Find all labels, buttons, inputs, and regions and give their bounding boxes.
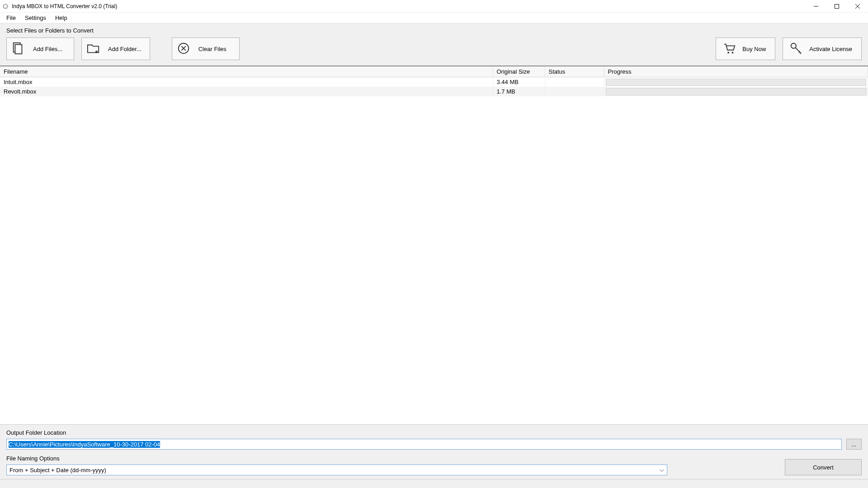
key-icon <box>789 42 803 56</box>
browse-button[interactable]: ... <box>846 439 862 450</box>
col-original-size[interactable]: Original Size <box>493 66 545 77</box>
titlebar: Indya MBOX to HTML Converter v2.0 (Trial… <box>0 0 868 13</box>
convert-label: Convert <box>813 464 834 471</box>
buy-now-label: Buy Now <box>742 46 766 52</box>
cell-status <box>545 87 604 96</box>
file-table-area: Filename Original Size Status Progress I… <box>0 66 868 424</box>
table-row[interactable]: Revolt.mbox 1.7 MB <box>0 87 868 96</box>
bottom-panel: Output Folder Location C:\Users\Annie\Pi… <box>0 424 868 479</box>
statusbar <box>0 479 868 488</box>
add-files-label: Add Files... <box>33 46 62 52</box>
naming-label: File Naming Options <box>6 455 667 462</box>
output-folder-value: C:\Users\Annie\Pictures\IndyaSoftware_10… <box>9 441 160 448</box>
maximize-button[interactable] <box>826 0 847 13</box>
add-folder-label: Add Folder... <box>108 46 142 52</box>
cell-filename: Intuit.mbox <box>0 77 493 87</box>
activate-label: Activate License <box>809 46 852 52</box>
col-progress[interactable]: Progress <box>604 66 868 77</box>
add-files-button[interactable]: Add Files... <box>6 38 74 60</box>
cell-size: 1.7 MB <box>493 87 545 96</box>
toolbar-section-label: Select Files or Folders to Convert <box>6 27 862 34</box>
chevron-down-icon <box>660 467 664 474</box>
progress-bar <box>606 79 867 86</box>
file-table: Filename Original Size Status Progress I… <box>0 66 868 96</box>
buy-now-button[interactable]: Buy Now <box>716 38 775 60</box>
window-title: Indya MBOX to HTML Converter v2.0 (Trial… <box>12 3 117 9</box>
output-folder-input[interactable]: C:\Users\Annie\Pictures\IndyaSoftware_10… <box>6 439 842 450</box>
cell-progress <box>604 77 868 87</box>
cell-status <box>545 77 604 87</box>
svg-rect-3 <box>15 44 22 54</box>
svg-rect-1 <box>835 4 839 8</box>
browse-label: ... <box>852 441 857 448</box>
files-icon <box>11 42 25 56</box>
convert-button[interactable]: Convert <box>785 459 862 475</box>
cell-size: 3.44 MB <box>493 77 545 87</box>
clear-files-label: Clear Files <box>198 46 226 52</box>
cart-icon <box>722 42 736 56</box>
svg-point-5 <box>728 52 730 53</box>
toolbar-panel: Select Files or Folders to Convert Add F… <box>0 23 868 66</box>
naming-dropdown[interactable]: From + Subject + Date (dd-mm-yyyy) <box>6 465 667 475</box>
naming-value: From + Subject + Date (dd-mm-yyyy) <box>9 467 106 474</box>
svg-point-6 <box>732 52 734 53</box>
cell-progress <box>604 87 868 96</box>
add-folder-button[interactable]: Add Folder... <box>81 38 150 60</box>
output-folder-label: Output Folder Location <box>6 429 862 436</box>
menubar: File Settings Help <box>0 13 868 23</box>
app-icon <box>2 3 9 10</box>
close-button[interactable] <box>847 0 868 13</box>
clear-files-button[interactable]: Clear Files <box>172 38 240 60</box>
clear-icon <box>177 42 190 56</box>
menu-settings[interactable]: Settings <box>20 14 51 22</box>
menu-file[interactable]: File <box>2 14 20 22</box>
menu-help[interactable]: Help <box>51 14 72 22</box>
activate-license-button[interactable]: Activate License <box>783 38 862 60</box>
folder-add-icon <box>86 42 100 56</box>
progress-bar <box>606 88 867 95</box>
cell-filename: Revolt.mbox <box>0 87 493 96</box>
minimize-button[interactable] <box>806 0 826 13</box>
col-filename[interactable]: Filename <box>0 66 493 77</box>
col-status[interactable]: Status <box>545 66 604 77</box>
table-row[interactable]: Intuit.mbox 3.44 MB <box>0 77 868 87</box>
